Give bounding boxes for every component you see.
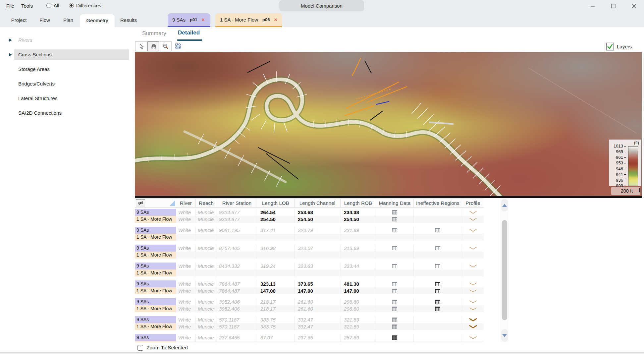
eye-hidden-icon[interactable] (136, 199, 145, 207)
table-row[interactable]: 1 SA - More FlowWhiteMuncie3952.406218.1… (135, 305, 484, 312)
tab-plan[interactable]: Plan (59, 13, 78, 27)
column-header-river-station[interactable]: River Station (217, 199, 257, 207)
profile-chevron-icon[interactable] (469, 318, 477, 322)
grid-table-icon[interactable] (435, 246, 440, 250)
grid-table-icon[interactable] (435, 264, 440, 268)
table-row[interactable]: 9 SAsWhiteMuncie9334.877264.54253.68234.… (135, 209, 484, 216)
grid-table-icon[interactable] (435, 282, 440, 286)
layers-button[interactable]: Layers (605, 41, 639, 52)
grid-table-icon[interactable] (392, 246, 397, 250)
table-row[interactable]: 9 SAsWhiteMuncie237.645567.07237.65257.8… (135, 334, 484, 341)
grid-table-icon[interactable] (392, 324, 397, 329)
sidebar-item-rivers[interactable]: Rivers (0, 35, 135, 45)
table-row[interactable]: 9 SAsWhiteMuncie3952.406218.17261.60298.… (135, 298, 484, 305)
column-header-profile[interactable]: Profile (462, 199, 484, 207)
select-tool-button[interactable] (135, 41, 147, 51)
close-plan-icon[interactable]: × (274, 17, 277, 23)
column-header-length-lob[interactable]: Length LOB (257, 199, 294, 207)
column-header-length-channel[interactable]: Length Channel (294, 199, 340, 207)
radio-differences-circle-icon[interactable] (69, 3, 74, 8)
sidebar-item-cross-sections[interactable]: Cross Sections (0, 49, 135, 60)
pan-tool-button[interactable] (147, 41, 159, 51)
visibility-column-header[interactable] (135, 199, 176, 207)
scrollbar-thumb[interactable] (502, 220, 507, 320)
grid-table-icon[interactable] (435, 307, 440, 311)
table-row[interactable]: 1 SA - More Flow (135, 269, 484, 276)
table-scrollbar[interactable] (501, 198, 509, 342)
table-row[interactable]: 1 SA - More FlowWhiteMuncie570.1187383.7… (135, 323, 484, 330)
column-header-ineffective-regions[interactable]: Ineffective Regions (413, 199, 462, 207)
sidebar-item-sa-2d-connections[interactable]: SA/2D Connections (0, 108, 135, 118)
profile-chevron-icon[interactable] (469, 282, 477, 286)
profile-chevron-icon[interactable] (469, 307, 477, 311)
plan-tab-1sa-more-flow[interactable]: 1 SA - More Flow p06 × (215, 13, 282, 27)
table-row[interactable]: 9 SAsWhiteMuncie8757.405316.98323.07315.… (135, 245, 484, 252)
zoom-to-selected-checkbox[interactable] (137, 345, 143, 351)
tab-results[interactable]: Results (117, 13, 140, 27)
profile-chevron-icon[interactable] (469, 325, 477, 328)
expand-arrow-icon[interactable] (9, 53, 12, 56)
tab-flow[interactable]: Flow (35, 13, 54, 27)
radio-all-circle-icon[interactable] (46, 3, 51, 8)
tab-project[interactable]: Project (8, 13, 30, 27)
profile-chevron-icon[interactable] (469, 300, 477, 304)
table-row[interactable]: 9 SAsWhiteMuncie8434.332319.24323.83333.… (135, 263, 484, 269)
column-header-manning-data[interactable]: Manning Data (376, 199, 413, 207)
sidebar-item-storage-areas[interactable]: Storage Areas (0, 64, 135, 75)
sidebar-item-bridges-culverts[interactable]: Bridges/Culverts (0, 79, 135, 89)
table-row[interactable]: 9 SAsWhiteMuncie9081.195317.41323.79331.… (135, 227, 484, 234)
table-row[interactable]: 1 SA - More Flow (135, 252, 484, 259)
sidebar-item-lateral-structures[interactable]: Lateral Structures (0, 93, 135, 104)
radio-all[interactable]: All (46, 3, 59, 8)
tab-summary[interactable]: Summary (142, 30, 166, 37)
table-row[interactable]: 9 SAsWhiteMuncie570.1187383.75332.47321.… (135, 316, 484, 323)
grid-table-icon[interactable] (392, 228, 397, 232)
grid-table-icon[interactable] (392, 264, 397, 268)
column-header-river[interactable]: River (176, 199, 195, 207)
scroll-down-button[interactable] (501, 329, 508, 342)
grid-table-icon[interactable] (392, 210, 397, 214)
profile-chevron-icon[interactable] (469, 218, 477, 221)
scroll-up-button[interactable] (501, 199, 508, 211)
grid-table-icon[interactable] (392, 217, 397, 221)
tab-detailed[interactable]: Detailed (178, 29, 200, 36)
zoom-region-tool-button[interactable] (172, 41, 184, 51)
grid-table-icon[interactable] (392, 300, 397, 304)
profile-chevron-icon[interactable] (469, 229, 477, 232)
profile-chevron-icon[interactable] (469, 265, 477, 268)
column-header-reach[interactable]: Reach (195, 199, 217, 207)
column-header-length-rob[interactable]: Length ROB (340, 199, 376, 207)
profile-chevron-icon[interactable] (469, 336, 477, 339)
profile-chevron-icon[interactable] (469, 289, 477, 293)
close-plan-icon[interactable]: × (201, 17, 204, 23)
grid-table-icon[interactable] (392, 282, 397, 286)
menu-file[interactable]: File (6, 3, 14, 9)
terrain-map[interactable]: (ft) 1013969961953946941936899 200 ft (135, 52, 642, 196)
menu-tools[interactable]: Tools (21, 3, 33, 9)
grid-table-icon[interactable] (392, 289, 397, 293)
maximize-button[interactable] (603, 0, 623, 12)
layers-checkbox[interactable] (606, 43, 614, 50)
table-row[interactable]: 1 SA - More FlowWhiteMuncie9334.877254.5… (135, 216, 484, 223)
tab-geometry[interactable]: Geometry (80, 14, 115, 27)
grid-table-icon[interactable] (392, 307, 397, 311)
profile-chevron-icon[interactable] (469, 211, 477, 214)
radio-differences[interactable]: Differences (69, 3, 101, 8)
grid-table-icon[interactable] (392, 335, 397, 340)
plan-tab-9sas[interactable]: 9 SAs p01 × (168, 13, 210, 27)
table-row[interactable]: 1 SA - More Flow (135, 341, 484, 342)
grid-table-icon[interactable] (435, 228, 440, 232)
close-button[interactable] (623, 0, 644, 12)
zoom-in-tool-button[interactable] (160, 41, 172, 51)
window-controls (582, 0, 644, 12)
grid-table-icon[interactable] (435, 300, 440, 304)
grid-table-icon[interactable] (435, 289, 440, 293)
profile-chevron-icon[interactable] (469, 247, 477, 250)
table-row[interactable]: 9 SAsWhiteMuncie7864.487323.13373.65481.… (135, 280, 484, 287)
sort-indicator-icon[interactable] (170, 201, 175, 206)
table-row[interactable]: 1 SA - More FlowWhiteMuncie7864.487147.0… (135, 287, 484, 294)
table-row[interactable]: 1 SA - More Flow (135, 234, 484, 241)
minimize-button[interactable] (582, 0, 603, 12)
expand-arrow-icon[interactable] (9, 38, 12, 42)
grid-table-icon[interactable] (392, 318, 397, 322)
